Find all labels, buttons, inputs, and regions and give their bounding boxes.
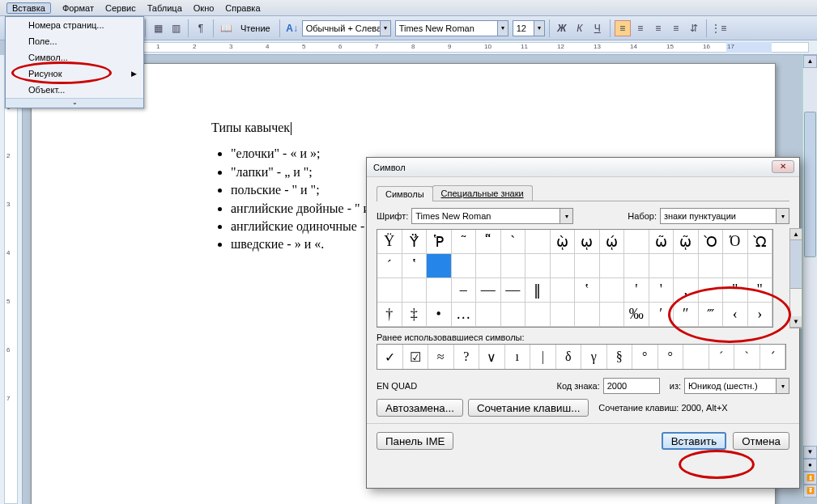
- reading-label[interactable]: Чтение: [240, 23, 270, 33]
- symbol-cell[interactable]: Ὼ: [748, 230, 773, 254]
- symbol-cell[interactable]: ῷ: [674, 230, 699, 254]
- prev-page-icon[interactable]: ⏫: [803, 472, 817, 485]
- scroll-up-icon[interactable]: ▲: [803, 55, 817, 68]
- symbol-cell[interactable]: [624, 254, 649, 278]
- symbol-cell[interactable]: ‡: [402, 303, 428, 327]
- recent-symbol-cell[interactable]: ☑: [403, 345, 429, 369]
- reading-icon[interactable]: 📖: [218, 20, 234, 36]
- symbol-cell[interactable]: ‚: [674, 278, 699, 303]
- symbol-cell[interactable]: [377, 278, 402, 303]
- font-select[interactable]: Times New Roman▾: [411, 208, 573, 224]
- ime-panel-button[interactable]: Панель IME: [377, 432, 453, 450]
- expand-menu-icon[interactable]: ⌄: [6, 98, 143, 108]
- recent-symbol-cell[interactable]: ´: [709, 345, 735, 369]
- bullets-icon[interactable]: ⋮≡: [711, 20, 727, 36]
- menu-item-picture[interactable]: Рисунок▶: [6, 66, 143, 82]
- encoding-select[interactable]: Юникод (шестн.)▾: [684, 378, 789, 394]
- styles-icon[interactable]: A↓: [284, 20, 300, 36]
- tab-symbols[interactable]: Символы: [377, 186, 433, 201]
- symbol-cell[interactable]: ›: [748, 303, 773, 327]
- symbol-cell[interactable]: [551, 278, 576, 303]
- symbol-cell[interactable]: [501, 303, 526, 327]
- menu-servis[interactable]: Сервис: [105, 3, 136, 13]
- recent-symbols-grid[interactable]: ✓☑≈?∨ı|δγ§°°´`ˊ: [377, 344, 786, 370]
- symbol-cell[interactable]: [526, 254, 551, 278]
- symbol-cell[interactable]: [501, 254, 526, 278]
- font-combo[interactable]: Times New Roman▾: [395, 20, 508, 36]
- symbol-cell[interactable]: ″: [674, 303, 699, 327]
- symbol-cell[interactable]: [748, 254, 773, 278]
- symbol-cell[interactable]: [427, 278, 452, 303]
- symbol-cell[interactable]: ῾: [402, 254, 428, 278]
- symbol-cell[interactable]: [699, 278, 724, 303]
- recent-symbol-cell[interactable]: ˊ: [760, 345, 786, 369]
- symbol-cell[interactable]: ‴: [699, 303, 724, 327]
- symbol-cell[interactable]: [427, 254, 452, 278]
- pilcrow-icon[interactable]: ¶: [193, 20, 209, 36]
- vertical-ruler[interactable]: 1 2 3 4 5 6 7: [0, 55, 23, 504]
- symbol-cell[interactable]: ―: [501, 278, 526, 303]
- menu-item-field[interactable]: Поле...: [6, 33, 143, 49]
- recent-symbol-cell[interactable]: ≈: [428, 345, 454, 369]
- close-button[interactable]: ✕: [772, 160, 794, 173]
- symbol-cell[interactable]: [674, 254, 699, 278]
- recent-symbol-cell[interactable]: ✓: [377, 345, 403, 369]
- recent-symbol-cell[interactable]: γ: [581, 345, 607, 369]
- recent-symbol-cell[interactable]: ∨: [479, 345, 505, 369]
- next-page-icon[interactable]: ⏬: [803, 485, 817, 498]
- menu-spravka[interactable]: Справка: [225, 3, 260, 13]
- bold-button[interactable]: Ж: [554, 20, 570, 36]
- italic-button[interactable]: К: [572, 20, 588, 36]
- symbol-grid[interactable]: ΫΫ́Ῥ῀῁`ῲῳῴῶῷῸΌῺ´῾–—―‖‛''‚""†‡•…‰′″‴‹›: [377, 229, 773, 328]
- symbol-cell[interactable]: ῁: [476, 230, 501, 254]
- symbol-cell[interactable]: ῀: [452, 230, 477, 254]
- line-spacing-icon[interactable]: ⇵: [686, 20, 702, 36]
- symbol-cell[interactable]: [526, 230, 551, 254]
- subset-select[interactable]: знаки пунктуации▾: [660, 208, 789, 224]
- table-icon[interactable]: ▦: [150, 20, 166, 36]
- symbol-cell[interactable]: ´: [377, 254, 402, 278]
- columns-icon[interactable]: ▥: [168, 20, 184, 36]
- cancel-button[interactable]: Отмена: [733, 432, 789, 450]
- align-center-icon[interactable]: ≡: [632, 20, 649, 36]
- align-justify-icon[interactable]: ≡: [668, 20, 684, 36]
- symbol-cell[interactable]: [476, 254, 501, 278]
- symbol-cell[interactable]: Ὸ: [699, 230, 724, 254]
- menu-okno[interactable]: Окно: [194, 3, 215, 13]
- select-browse-icon[interactable]: ●: [803, 459, 817, 472]
- scroll-thumb[interactable]: [790, 240, 802, 289]
- symbol-cell[interactable]: [452, 254, 477, 278]
- align-right-icon[interactable]: ≡: [650, 20, 666, 36]
- fontsize-combo[interactable]: 12▾: [513, 20, 545, 36]
- symbol-cell[interactable]: …: [452, 303, 477, 327]
- symbol-cell[interactable]: —: [476, 278, 501, 303]
- menu-item-page-numbers[interactable]: Номера страниц...: [6, 17, 143, 33]
- style-combo[interactable]: Обычный + Слева▾: [302, 20, 391, 36]
- symbol-cell[interactable]: [699, 254, 724, 278]
- scroll-thumb[interactable]: [804, 112, 816, 257]
- symbol-cell[interactable]: Ϋ: [377, 230, 402, 254]
- symbol-cell[interactable]: †: [377, 303, 402, 327]
- vertical-scrollbar[interactable]: ▲ ▼ ● ⏫ ⏬: [802, 55, 817, 498]
- recent-symbol-cell[interactable]: °: [632, 345, 658, 369]
- symbol-cell[interactable]: ῳ: [575, 230, 600, 254]
- symbol-cell[interactable]: ′: [649, 303, 674, 327]
- symbol-cell[interactable]: ῴ: [600, 230, 625, 254]
- grid-scrollbar[interactable]: ▲ ▼: [789, 228, 802, 328]
- symbol-cell[interactable]: ‹: [723, 303, 748, 327]
- symbol-cell[interactable]: [551, 303, 576, 327]
- recent-symbol-cell[interactable]: °: [658, 345, 684, 369]
- symbol-cell[interactable]: [526, 303, 551, 327]
- symbol-cell[interactable]: [575, 254, 600, 278]
- symbol-cell[interactable]: [649, 254, 674, 278]
- symbol-cell[interactable]: •: [427, 303, 452, 327]
- symbol-cell[interactable]: Ῥ: [427, 230, 452, 254]
- recent-symbol-cell[interactable]: |: [530, 345, 556, 369]
- symbol-cell[interactable]: [600, 254, 625, 278]
- recent-symbol-cell[interactable]: `: [734, 345, 760, 369]
- autoreplace-button[interactable]: Автозамена...: [377, 399, 463, 417]
- symbol-cell[interactable]: [476, 303, 501, 327]
- symbol-cell[interactable]: [624, 230, 649, 254]
- scroll-up-icon[interactable]: ▲: [790, 229, 802, 240]
- char-code-input[interactable]: 2000: [603, 378, 660, 394]
